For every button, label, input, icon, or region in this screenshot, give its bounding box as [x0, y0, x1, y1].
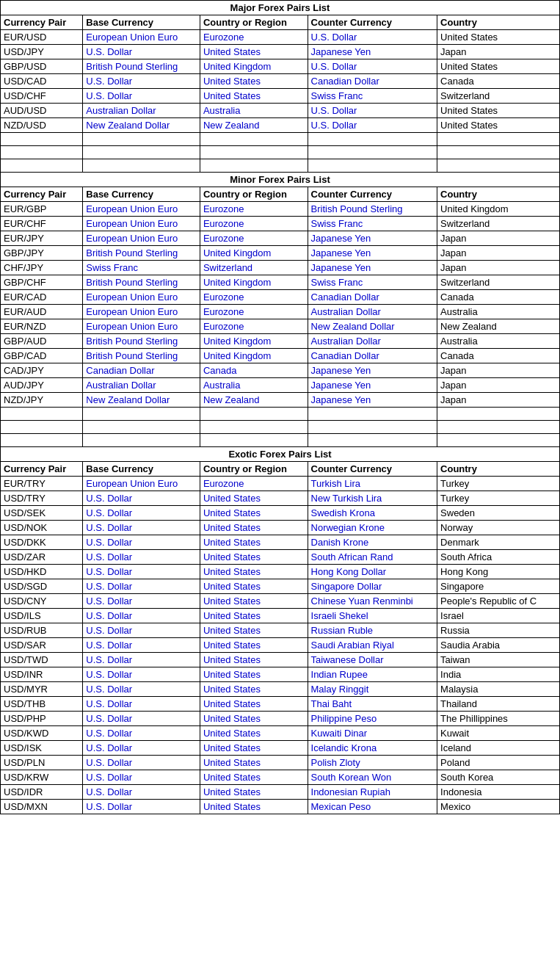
- region: United States: [200, 579, 308, 594]
- table-row: USD/SAR U.S. Dollar United States Saudi …: [1, 638, 560, 653]
- base: U.S. Dollar: [83, 623, 200, 638]
- region: Eurozone: [200, 30, 308, 45]
- country: India: [437, 667, 560, 682]
- pair: USD/RUB: [1, 623, 83, 638]
- counter: Philippine Peso: [308, 712, 437, 726]
- country: Israel: [437, 609, 560, 623]
- country: Japan: [437, 45, 560, 59]
- country: Canada: [437, 349, 560, 363]
- pair: GBP/USD: [1, 59, 83, 74]
- base: U.S. Dollar: [83, 653, 200, 667]
- country: People's Republic of C: [437, 594, 560, 609]
- col-base-currency: Base Currency: [83, 187, 200, 202]
- region: United States: [200, 653, 308, 667]
- base: U.S. Dollar: [83, 800, 200, 814]
- col-country: Country: [437, 15, 560, 30]
- table-row: USD/DKK U.S. Dollar United States Danish…: [1, 535, 560, 550]
- base: U.S. Dollar: [83, 506, 200, 521]
- pair: AUD/JPY: [1, 378, 83, 393]
- pair: USD/NOK: [1, 521, 83, 535]
- empty-row: [1, 133, 560, 146]
- counter: Danish Krone: [308, 535, 437, 550]
- counter: U.S. Dollar: [308, 118, 437, 133]
- pair: USD/TRY: [1, 491, 83, 506]
- base: European Union Euro: [83, 217, 200, 231]
- base: U.S. Dollar: [83, 550, 200, 565]
- table-row: GBP/USD British Pound Sterling United Ki…: [1, 59, 560, 74]
- table-row: USD/SGD U.S. Dollar United States Singap…: [1, 579, 560, 594]
- country: Turkey: [437, 491, 560, 506]
- counter: Singapore Dollar: [308, 579, 437, 594]
- table-row: USD/KRW U.S. Dollar United States South …: [1, 770, 560, 785]
- region: United States: [200, 45, 308, 59]
- base: U.S. Dollar: [83, 565, 200, 579]
- counter: Japanese Yen: [308, 378, 437, 393]
- counter: Norwegian Krone: [308, 521, 437, 535]
- region: United States: [200, 609, 308, 623]
- counter: Malay Ringgit: [308, 682, 437, 697]
- region: Eurozone: [200, 305, 308, 319]
- base: U.S. Dollar: [83, 726, 200, 741]
- pair: USD/KWD: [1, 726, 83, 741]
- col-country: Country: [437, 187, 560, 202]
- country: Canada: [437, 290, 560, 305]
- country: Kuwait: [437, 726, 560, 741]
- pair: USD/ZAR: [1, 550, 83, 565]
- country: South Africa: [437, 550, 560, 565]
- base: Swiss Franc: [83, 261, 200, 275]
- region: United States: [200, 638, 308, 653]
- exotic-title: Exotic Forex Pairs List: [1, 447, 560, 462]
- region: Eurozone: [200, 217, 308, 231]
- counter: Canadian Dollar: [308, 74, 437, 89]
- counter: Canadian Dollar: [308, 290, 437, 305]
- country: Japan: [437, 393, 560, 408]
- counter: Polish Zloty: [308, 756, 437, 770]
- country: New Zealand: [437, 319, 560, 334]
- base: U.S. Dollar: [83, 74, 200, 89]
- base: U.S. Dollar: [83, 682, 200, 697]
- counter: Icelandic Krona: [308, 741, 437, 756]
- region: New Zealand: [200, 393, 308, 408]
- col-country-region: Country or Region: [200, 187, 308, 202]
- country: Taiwan: [437, 653, 560, 667]
- base: U.S. Dollar: [83, 579, 200, 594]
- table-row: USD/HKD U.S. Dollar United States Hong K…: [1, 565, 560, 579]
- empty-row: [1, 408, 560, 421]
- pair: EUR/JPY: [1, 231, 83, 246]
- table-row: NZD/USD New Zealand Dollar New Zealand U…: [1, 118, 560, 133]
- region: United States: [200, 521, 308, 535]
- pair: USD/SAR: [1, 638, 83, 653]
- base: Australian Dollar: [83, 104, 200, 118]
- counter: Japanese Yen: [308, 45, 437, 59]
- counter: Kuwaiti Dinar: [308, 726, 437, 741]
- table-row: EUR/JPY European Union Euro Eurozone Jap…: [1, 231, 560, 246]
- counter: Australian Dollar: [308, 305, 437, 319]
- country: Japan: [437, 246, 560, 261]
- minor-col-headers: Currency Pair Base Currency Country or R…: [1, 187, 560, 202]
- pair: EUR/GBP: [1, 202, 83, 217]
- country: Hong Kong: [437, 565, 560, 579]
- region: Eurozone: [200, 231, 308, 246]
- counter: Hong Kong Dollar: [308, 565, 437, 579]
- table-row: USD/SEK U.S. Dollar United States Swedis…: [1, 506, 560, 521]
- counter: Canadian Dollar: [308, 349, 437, 363]
- counter: South African Rand: [308, 550, 437, 565]
- pair: USD/THB: [1, 697, 83, 712]
- pair: USD/SGD: [1, 579, 83, 594]
- base: U.S. Dollar: [83, 697, 200, 712]
- country: Sweden: [437, 506, 560, 521]
- counter: Indonesian Rupiah: [308, 785, 437, 800]
- region: United States: [200, 535, 308, 550]
- table-row: USD/CNY U.S. Dollar United States Chines…: [1, 594, 560, 609]
- pair: USD/SEK: [1, 506, 83, 521]
- counter: Taiwanese Dollar: [308, 653, 437, 667]
- table-row: USD/TWD U.S. Dollar United States Taiwan…: [1, 653, 560, 667]
- counter: Japanese Yen: [308, 393, 437, 408]
- base: U.S. Dollar: [83, 741, 200, 756]
- table-row: EUR/USD European Union Euro Eurozone U.S…: [1, 30, 560, 45]
- counter: Japanese Yen: [308, 363, 437, 378]
- col-currency-pair: Currency Pair: [1, 462, 83, 477]
- country: Turkey: [437, 477, 560, 491]
- counter: Mexican Peso: [308, 800, 437, 814]
- pair: NZD/USD: [1, 118, 83, 133]
